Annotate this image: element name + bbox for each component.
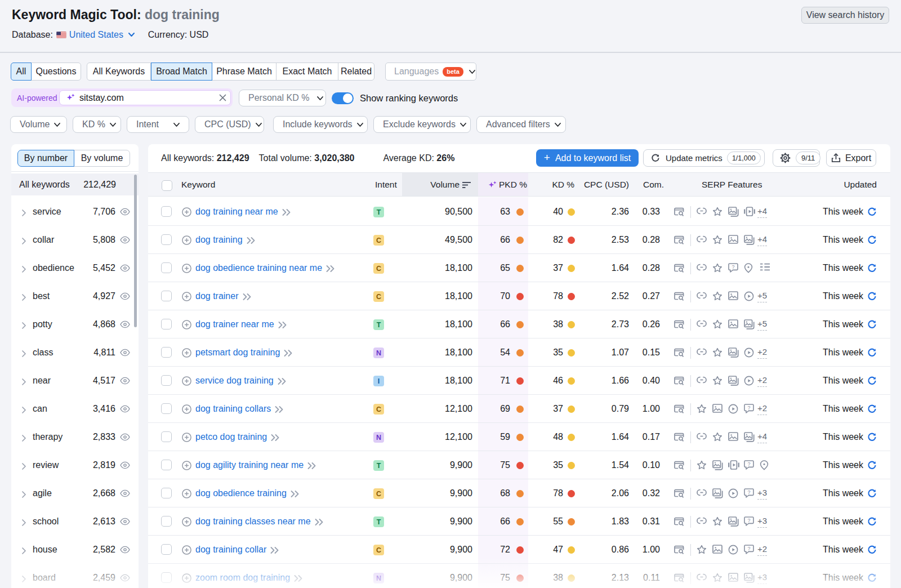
svg-text:?: ? xyxy=(747,489,750,495)
svg-text:?: ? xyxy=(747,461,750,467)
svg-text:?: ? xyxy=(731,264,734,270)
svg-text:?: ? xyxy=(747,546,750,551)
svg-text:?: ? xyxy=(747,518,750,523)
svg-text:?: ? xyxy=(747,405,750,411)
